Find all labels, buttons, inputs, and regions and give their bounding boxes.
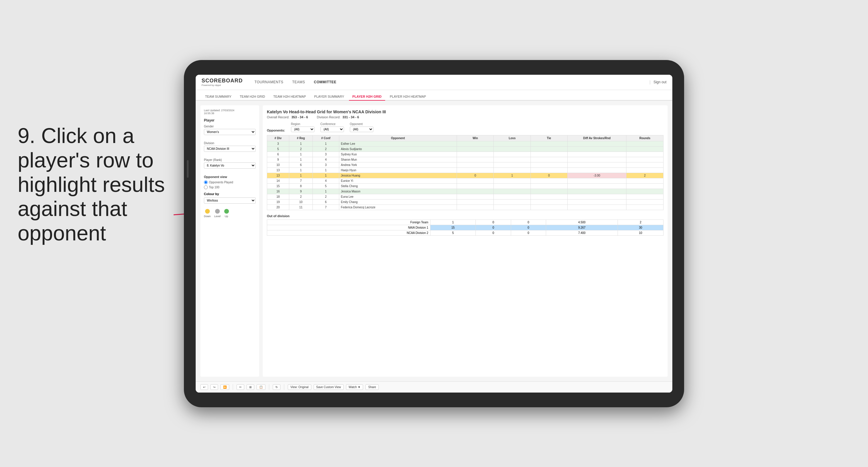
- th-rounds: Rounds: [626, 135, 663, 141]
- th-conf: # Conf: [313, 135, 339, 141]
- tablet-screen: SCOREBOARD Powered by clippd TOURNAMENTS…: [196, 75, 672, 393]
- view-original-btn[interactable]: View: Original: [288, 384, 311, 390]
- table-row[interactable]: 522Alexis Sudjianto: [267, 146, 663, 152]
- redo-btn[interactable]: ↪: [210, 384, 218, 390]
- header-right: | Sign out: [649, 80, 666, 85]
- annotation-text: 9. Click on a player's row to highlight …: [18, 124, 177, 245]
- th-opponent: Opponent: [339, 135, 457, 141]
- records-row: Overall Record: 353 - 34 - 6 Division Re…: [267, 115, 663, 119]
- save-custom-view-btn[interactable]: Save Custom View: [314, 384, 344, 390]
- table-row[interactable]: 1063Andrea York: [267, 162, 663, 167]
- sub-nav-team-h2h-grid[interactable]: TEAM H2H GRID: [236, 93, 269, 101]
- th-diff: Diff Av Strokes/Rnd: [567, 135, 626, 141]
- filter-conference: Conference (All): [320, 122, 344, 132]
- sub-nav-team-summary[interactable]: TEAM SUMMARY: [202, 93, 235, 101]
- sidebar-gender-section: Gender Women's: [204, 125, 256, 138]
- opponent-filter-select[interactable]: (All): [350, 127, 373, 132]
- logo-sub: Powered by clippd: [202, 84, 221, 87]
- table-row[interactable]: 914Sharon Mun: [267, 157, 663, 162]
- colour-by-title: Colour by: [204, 192, 256, 196]
- sub-nav: TEAM SUMMARY TEAM H2H GRID TEAM H2H HEAT…: [196, 90, 672, 101]
- opponent-view-title: Opponent view: [204, 175, 256, 179]
- grid-title: Katelyn Vo Head-to-Head Grid for Women's…: [267, 110, 663, 114]
- opponent-view-radios: Opponents Played Top 100: [204, 180, 256, 189]
- app-header: SCOREBOARD Powered by clippd TOURNAMENTS…: [196, 75, 672, 90]
- share-btn[interactable]: Share: [366, 384, 379, 390]
- logo-area: SCOREBOARD Powered by clippd: [202, 78, 243, 87]
- toolbar-divider-2: [269, 384, 269, 390]
- overall-record: Overall Record: 353 - 34 - 6: [267, 115, 308, 119]
- right-content: Katelyn Vo Head-to-Head Grid for Women's…: [263, 105, 668, 377]
- sub-nav-player-h2h-grid[interactable]: PLAYER H2H GRID: [349, 93, 385, 101]
- filter-region: Region (All): [291, 122, 314, 132]
- list-item[interactable]: NAIA Division 115009.26730: [267, 225, 663, 230]
- nav-teams[interactable]: TEAMS: [292, 79, 305, 85]
- scissors-btn[interactable]: ✂: [237, 384, 244, 390]
- legend: Down Level Up: [204, 209, 256, 218]
- copy-btn[interactable]: ⊞: [247, 384, 254, 390]
- sidebar-division-section: Division NCAA Division III: [204, 142, 256, 155]
- table-row[interactable]: 311Esther Lee: [267, 141, 663, 146]
- region-filter-select[interactable]: (All): [291, 127, 314, 132]
- table-row[interactable]: 613Sydney Kuo: [267, 152, 663, 157]
- watch-btn[interactable]: Watch ▼: [346, 384, 363, 390]
- tablet-frame: SCOREBOARD Powered by clippd TOURNAMENTS…: [184, 60, 684, 407]
- out-of-division-table: Foreign Team1004.5002NAIA Division 11500…: [267, 220, 663, 236]
- undo-btn[interactable]: ↩: [200, 384, 208, 390]
- sidebar-updated: Last Updated: 27/03/2024 16:55:38: [204, 109, 256, 115]
- table-row[interactable]: 1311Haejo Hyun: [267, 167, 663, 173]
- logo: SCOREBOARD: [202, 78, 243, 84]
- sub-nav-team-h2h-heatmap[interactable]: TEAM H2H HEATMAP: [270, 93, 310, 101]
- legend-up-dot: [224, 209, 229, 214]
- gender-select[interactable]: Women's: [204, 129, 256, 135]
- division-select[interactable]: NCAA Division III: [204, 146, 256, 152]
- player-rank-select[interactable]: 8. Katelyn Vo: [204, 162, 256, 168]
- legend-level-dot: [215, 209, 220, 214]
- nav-tournaments[interactable]: TOURNAMENTS: [254, 79, 283, 85]
- annotation-number: 9.: [18, 124, 35, 148]
- sign-out-link[interactable]: Sign out: [653, 80, 666, 84]
- toolbar-divider-3: [284, 384, 284, 390]
- filter-row: Opponents: Region (All) Conference (All): [267, 122, 663, 132]
- forward-btn[interactable]: ⏩: [220, 384, 229, 390]
- sidebar-player-title: Player: [204, 118, 256, 122]
- radio-opponents-played[interactable]: Opponents Played: [204, 180, 256, 184]
- th-win: Win: [457, 135, 494, 141]
- division-record: Division Record: 331 - 34 - 6: [317, 115, 359, 119]
- th-div: # Div: [267, 135, 289, 141]
- nav-committee[interactable]: COMMITTEE: [314, 79, 337, 85]
- main-content: Last Updated: 27/03/2024 16:55:38 Player…: [196, 101, 672, 381]
- conference-filter-select[interactable]: (All): [320, 127, 344, 132]
- nav-items: TOURNAMENTS TEAMS COMMITTEE: [254, 79, 336, 85]
- table-row[interactable]: 19106Emily Chang: [267, 199, 663, 205]
- sub-nav-player-summary[interactable]: PLAYER SUMMARY: [311, 93, 348, 101]
- table-row[interactable]: 1822Euna Lee: [267, 194, 663, 199]
- th-loss: Loss: [494, 135, 530, 141]
- th-reg: # Reg: [289, 135, 313, 141]
- list-item[interactable]: NCAA Division 25007.40010: [267, 230, 663, 236]
- th-tie: Tie: [530, 135, 567, 141]
- list-item[interactable]: Foreign Team1004.5002: [267, 220, 663, 225]
- sidebar-player-rank-section: Player (Rank) 8. Katelyn Vo: [204, 158, 256, 172]
- table-row[interactable]: 20117Federica Domecq Lacroze: [267, 205, 663, 210]
- out-of-division-title: Out of division: [267, 214, 663, 218]
- h2h-grid-table: # Div # Reg # Conf Opponent Win Loss Tie…: [267, 135, 663, 210]
- bottom-toolbar: ↩ ↪ ⏩ ✂ ⊞ 📋 ↻ View: Original Save Custom…: [196, 381, 672, 393]
- table-row[interactable]: 1691Jessica Mason: [267, 189, 663, 194]
- legend-level: Level: [214, 209, 221, 218]
- paste-btn[interactable]: 📋: [256, 384, 266, 390]
- table-row[interactable]: 1585Stella Cheng: [267, 183, 663, 189]
- table-row[interactable]: 1474Eunice Yi: [267, 178, 663, 183]
- sub-nav-player-h2h-heatmap[interactable]: PLAYER H2H HEATMAP: [386, 93, 430, 101]
- annotation-body: Click on a player's row to highlight res…: [18, 124, 165, 245]
- legend-down-dot: [205, 209, 210, 214]
- toolbar-divider-1: [233, 384, 233, 390]
- left-sidebar: Last Updated: 27/03/2024 16:55:38 Player…: [200, 105, 259, 377]
- legend-down: Down: [204, 209, 211, 218]
- legend-up: Up: [224, 209, 229, 218]
- refresh-btn[interactable]: ↻: [273, 384, 280, 390]
- filter-opponent: Opponent (All): [350, 122, 373, 132]
- table-row[interactable]: 1311Jessica Huang010-3.002: [267, 173, 663, 178]
- colour-by-select[interactable]: Win/loss: [204, 197, 256, 204]
- radio-top-100[interactable]: Top 100: [204, 185, 256, 189]
